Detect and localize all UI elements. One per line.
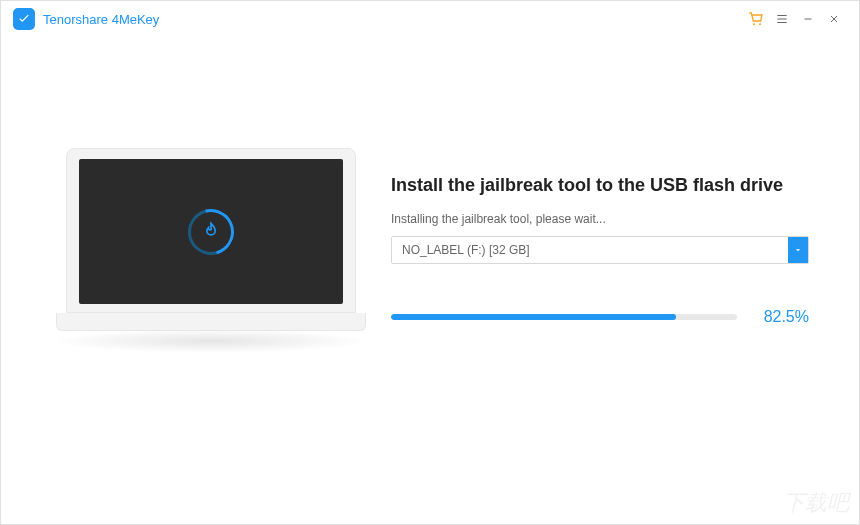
spinner-icon [180,200,243,263]
progress-percent: 82.5% [755,308,809,326]
laptop-base [56,313,366,331]
svg-point-0 [753,23,755,25]
status-text: Installing the jailbreak tool, please wa… [391,212,809,226]
illustration-pane [41,148,381,353]
minimize-button[interactable] [795,6,821,32]
laptop-screen [79,159,343,304]
laptop-illustration [66,148,356,353]
progress-pane: Install the jailbreak tool to the USB fl… [381,175,819,326]
close-icon [828,13,840,25]
cart-button[interactable] [743,6,769,32]
progress-bar [391,314,737,320]
app-window: Tenorshare 4MeKey [0,0,860,525]
menu-icon [775,12,789,26]
progress-fill [391,314,676,320]
close-button[interactable] [821,6,847,32]
content: Install the jailbreak tool to the USB fl… [1,37,859,524]
chevron-down-icon [793,245,803,255]
minimize-icon [802,13,814,25]
titlebar: Tenorshare 4MeKey [1,1,859,37]
page-title: Install the jailbreak tool to the USB fl… [391,175,809,196]
flame-icon [201,220,221,240]
app-title: Tenorshare 4MeKey [43,12,159,27]
svg-point-1 [759,23,761,25]
drive-selected-value: NO_LABEL (F:) [32 GB] [392,237,788,263]
laptop-frame [66,148,356,313]
cart-icon [748,11,764,27]
progress-row: 82.5% [391,308,809,326]
drive-arrow [788,237,808,263]
logo-icon [17,12,31,26]
menu-button[interactable] [769,6,795,32]
app-logo [13,8,35,30]
laptop-shadow [51,329,371,353]
drive-select[interactable]: NO_LABEL (F:) [32 GB] [391,236,809,264]
